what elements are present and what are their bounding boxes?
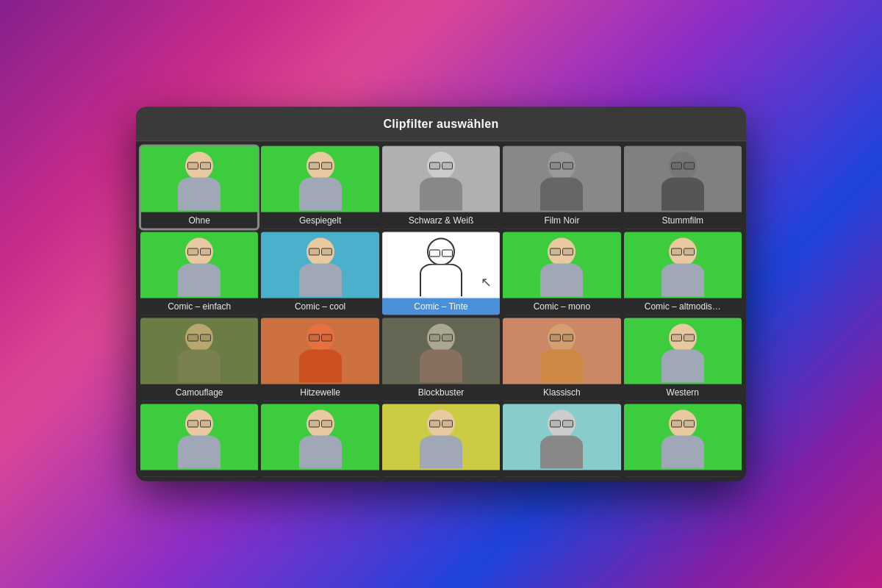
- glasses-icon: [309, 248, 332, 254]
- filter-item-blockbuster[interactable]: Blockbuster: [382, 318, 500, 401]
- person-body: [178, 263, 220, 296]
- filter-item-comic-einfach[interactable]: Comic – einfach: [140, 232, 258, 315]
- person-body: [299, 177, 342, 210]
- person-head: [185, 409, 213, 437]
- filter-label-film-noir: Film Noir: [503, 212, 620, 229]
- person-body: [540, 349, 583, 382]
- filter-item-camouflage[interactable]: Camouflage: [140, 318, 258, 401]
- person-head: [185, 151, 213, 179]
- filter-item-film-noir[interactable]: Film Noir: [503, 146, 620, 229]
- filter-preview-hitzewelle: [261, 318, 379, 384]
- filter-item-row4a[interactable]: [140, 404, 258, 477]
- person-head: [548, 323, 576, 351]
- person-body: [420, 349, 462, 382]
- filter-label-hitzewelle: Hitzewelle: [261, 384, 379, 401]
- person-head: [669, 237, 697, 265]
- filter-preview-row4b: [261, 404, 379, 470]
- person-body: [662, 263, 704, 296]
- person-body: [420, 435, 462, 468]
- filter-item-stummfilm[interactable]: Stummfilm: [624, 146, 742, 229]
- filter-preview-row4a: [140, 404, 258, 470]
- person-body: [420, 177, 462, 210]
- person-body: [299, 263, 342, 296]
- filter-label-schwarz-weiss: Schwarz & Weiß: [382, 212, 500, 229]
- person-body: [178, 349, 220, 382]
- person-body: [299, 435, 342, 468]
- filter-item-comic-tinte[interactable]: ↖Comic – Tinte: [382, 232, 500, 315]
- filter-label-camouflage: Camouflage: [140, 384, 258, 401]
- filter-grid: OhneGespiegeltSchwarz & WeißFilm NoirStu…: [140, 146, 742, 477]
- filter-label-stummfilm: Stummfilm: [624, 212, 742, 229]
- filter-preview-comic-altmodisch: [624, 232, 742, 298]
- person-body: [299, 349, 342, 382]
- filter-item-western[interactable]: Western: [624, 318, 742, 401]
- person-body: [662, 435, 704, 468]
- glasses-icon: [550, 248, 573, 254]
- filter-item-comic-mono[interactable]: Comic – mono: [503, 232, 620, 315]
- filter-label-row4e: [624, 470, 742, 477]
- dialog-header: Clipfilter auswählen: [136, 107, 746, 142]
- filter-preview-gespiegelt: [261, 146, 379, 212]
- glasses-icon: [429, 334, 453, 340]
- person-head: [427, 323, 455, 351]
- filter-preview-klassisch: [503, 318, 620, 384]
- glasses-icon: [550, 420, 573, 426]
- filter-item-gespiegelt[interactable]: Gespiegelt: [261, 146, 379, 229]
- filter-preview-film-noir: [503, 146, 620, 212]
- filter-label-row4d: [503, 470, 620, 477]
- person-head: [306, 323, 334, 351]
- glasses-icon: [187, 420, 211, 426]
- person-head: [427, 151, 455, 179]
- filter-label-comic-tinte: Comic – Tinte: [382, 298, 500, 315]
- filter-preview-western: [624, 318, 742, 384]
- glasses-icon: [429, 249, 453, 255]
- person-body: [662, 349, 704, 382]
- dialog: Clipfilter auswählen OhneGespiegeltSchwa…: [136, 107, 746, 481]
- filter-preview-row4c: [382, 404, 500, 470]
- filter-item-ohne[interactable]: Ohne: [140, 146, 258, 229]
- filter-item-hitzewelle[interactable]: Hitzewelle: [261, 318, 379, 401]
- person-head: [427, 409, 455, 437]
- filter-preview-blockbuster: [382, 318, 500, 384]
- filter-preview-ohne: [140, 146, 258, 212]
- filter-label-row4a: [140, 470, 258, 477]
- person-body: [540, 177, 583, 210]
- filter-preview-comic-tinte: ↖: [382, 232, 500, 298]
- glasses-icon: [671, 334, 695, 340]
- glasses-icon: [550, 162, 573, 168]
- filter-label-comic-altmodisch: Comic – altmodis…: [624, 298, 742, 315]
- filter-item-comic-altmodisch[interactable]: Comic – altmodis…: [624, 232, 742, 315]
- glasses-icon: [309, 162, 332, 168]
- filter-label-klassisch: Klassisch: [503, 384, 620, 401]
- person-head: [669, 409, 697, 437]
- glasses-icon: [187, 162, 211, 168]
- glasses-icon: [187, 334, 211, 340]
- filter-item-row4c[interactable]: [382, 404, 500, 477]
- person-head: [306, 151, 334, 179]
- filter-preview-row4e: [624, 404, 742, 470]
- glasses-icon: [309, 334, 332, 340]
- filter-grid-container: OhneGespiegeltSchwarz & WeißFilm NoirStu…: [136, 142, 746, 481]
- glasses-icon: [671, 162, 695, 168]
- person-body: [662, 177, 704, 210]
- glasses-icon: [429, 162, 453, 168]
- filter-item-row4d[interactable]: [503, 404, 620, 477]
- filter-preview-comic-einfach: [140, 232, 258, 298]
- person-head: [548, 409, 576, 437]
- filter-label-row4b: [261, 470, 379, 477]
- filter-label-gespiegelt: Gespiegelt: [261, 212, 379, 229]
- filter-item-row4b[interactable]: [261, 404, 379, 477]
- glasses-icon: [671, 420, 695, 426]
- person-body: [540, 263, 583, 296]
- glasses-icon: [429, 420, 453, 426]
- person-body: [178, 177, 220, 210]
- person-head: [669, 323, 697, 351]
- filter-label-ohne: Ohne: [140, 212, 258, 229]
- person-head: [548, 237, 576, 265]
- filter-item-klassisch[interactable]: Klassisch: [503, 318, 620, 401]
- filter-item-schwarz-weiss[interactable]: Schwarz & Weiß: [382, 146, 500, 229]
- filter-item-row4e[interactable]: [624, 404, 742, 477]
- filter-item-comic-cool[interactable]: Comic – cool: [261, 232, 379, 315]
- filter-preview-camouflage: [140, 318, 258, 384]
- person-head: [185, 237, 213, 265]
